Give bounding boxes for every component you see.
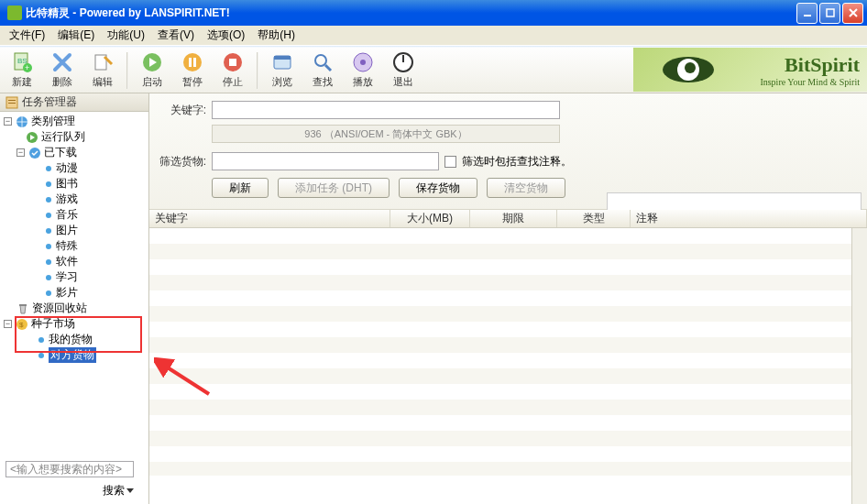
bullet-icon xyxy=(46,290,51,296)
tool-play[interactable]: 播放 xyxy=(343,49,383,92)
menu-view[interactable]: 查看(V) xyxy=(152,26,200,45)
tree-leaf-label: 软件 xyxy=(56,254,78,269)
menu-options[interactable]: 选项(O) xyxy=(202,26,250,45)
globe-icon xyxy=(16,115,28,128)
filter-label: 筛选货物: xyxy=(159,154,206,170)
svg-rect-1 xyxy=(827,9,834,16)
col-note[interactable]: 注释 xyxy=(631,210,867,227)
svg-rect-24 xyxy=(8,100,16,101)
tree-downloaded[interactable]: − 已下载 xyxy=(0,145,148,160)
bullet-icon xyxy=(46,181,51,187)
tool-delete[interactable]: 删除 xyxy=(42,49,82,92)
branding-subtitle: Inspire Your Mind & Spirit xyxy=(760,77,860,87)
tool-start-label: 启动 xyxy=(142,75,162,89)
svg-rect-19 xyxy=(402,55,404,62)
clear-button[interactable]: 清空货物 xyxy=(487,178,565,198)
branding-banner: BitSpirit Inspire Your Mind & Spirit xyxy=(633,48,867,92)
stop-icon xyxy=(222,51,244,73)
tool-new-label: 新建 xyxy=(12,75,32,89)
search-input[interactable] xyxy=(5,461,134,477)
menu-file[interactable]: 文件(F) xyxy=(4,26,50,45)
tree-recycle[interactable]: 资源回收站 xyxy=(0,301,148,316)
tree-leaf[interactable]: 游戏 xyxy=(0,192,148,207)
menu-function[interactable]: 功能(U) xyxy=(102,26,150,45)
tree-category[interactable]: − 类别管理 xyxy=(0,114,148,129)
svg-text:+: + xyxy=(25,63,29,72)
collapse-icon[interactable]: − xyxy=(4,117,12,126)
delete-icon xyxy=(51,51,73,73)
bullet-icon xyxy=(46,166,51,171)
check-icon xyxy=(28,147,41,159)
col-deadline[interactable]: 期限 xyxy=(470,210,557,227)
tree-leaf-label: 图片 xyxy=(56,223,78,238)
tree-leaf[interactable]: 影片 xyxy=(0,285,148,301)
tool-stop[interactable]: 停止 xyxy=(213,49,253,92)
collapse-icon[interactable]: − xyxy=(16,148,25,157)
tool-new[interactable]: BS+ 新建 xyxy=(2,49,42,92)
tool-exit[interactable]: 退出 xyxy=(383,49,423,92)
new-icon: BS+ xyxy=(11,51,33,73)
tool-pause-label: 暂停 xyxy=(182,75,203,89)
tree-recycle-label: 资源回收站 xyxy=(32,301,87,316)
tree-leaf[interactable]: 图书 xyxy=(0,176,148,192)
svg-rect-10 xyxy=(193,58,196,67)
titlebar: 比特精灵 - Powered by LANSPIRIT.NET! xyxy=(0,0,867,26)
col-keyword[interactable]: 关键字 xyxy=(149,210,390,227)
tree-leaf-label: 图书 xyxy=(56,176,78,192)
add-task-button[interactable]: 添加任务 (DHT) xyxy=(278,178,390,198)
tool-pause[interactable]: 暂停 xyxy=(172,49,213,92)
tree-leaf[interactable]: 学习 xyxy=(0,269,148,285)
keyword-input[interactable] xyxy=(212,101,560,119)
col-size[interactable]: 大小(MB) xyxy=(390,210,470,227)
close-button[interactable] xyxy=(842,3,863,24)
tree-leaf[interactable]: 音乐 xyxy=(0,207,148,223)
collapse-icon[interactable]: − xyxy=(4,320,12,328)
exit-icon xyxy=(392,51,414,73)
chevron-down-icon[interactable] xyxy=(126,488,134,493)
tool-search[interactable]: 查找 xyxy=(302,49,343,92)
menu-edit[interactable]: 编辑(E) xyxy=(52,26,100,45)
tree-leaf[interactable]: 软件 xyxy=(0,254,148,269)
arrow-right-icon xyxy=(26,131,38,144)
svg-rect-12 xyxy=(229,59,236,66)
edit-icon xyxy=(92,51,114,73)
sidebar-search: 搜索 xyxy=(0,455,148,504)
tool-exit-label: 退出 xyxy=(393,75,413,89)
tree-running[interactable]: 运行队列 xyxy=(0,129,148,145)
svg-rect-29 xyxy=(19,304,27,306)
tree-leaf[interactable]: 图片 xyxy=(0,223,148,238)
maximize-button[interactable] xyxy=(819,3,840,24)
tool-start[interactable]: 启动 xyxy=(132,49,172,92)
play-icon xyxy=(141,51,163,73)
filter-input[interactable] xyxy=(212,152,439,170)
tree-leaf[interactable]: 动漫 xyxy=(0,160,148,176)
tree-leaf-label: 动漫 xyxy=(56,160,78,176)
filter-checkbox-label: 筛选时包括查找注释。 xyxy=(462,154,572,170)
filter-checkbox[interactable] xyxy=(444,156,456,168)
table-header: 关键字 大小(MB) 期限 类型 注释 xyxy=(149,210,867,228)
tree-leaf[interactable]: 特殊 xyxy=(0,238,148,254)
tool-edit[interactable]: 编辑 xyxy=(82,49,123,92)
eye-icon xyxy=(661,55,716,84)
svg-rect-14 xyxy=(274,56,291,60)
scrollbar[interactable] xyxy=(851,228,867,504)
trash-icon xyxy=(16,302,29,315)
sidebar-header: 任务管理器 xyxy=(0,93,148,112)
bullet-icon xyxy=(46,197,51,203)
col-type[interactable]: 类型 xyxy=(557,210,631,227)
save-button[interactable]: 保存货物 xyxy=(399,178,477,198)
bullet-icon xyxy=(46,275,51,280)
toolbar: BS+ 新建 删除 编辑 启动 暂停 停止 浏览 查找 播放 退出 BitSpi xyxy=(0,48,867,93)
media-icon xyxy=(352,51,374,73)
tool-stop-label: 停止 xyxy=(223,75,243,89)
tool-browse[interactable]: 浏览 xyxy=(262,49,302,92)
encoding-display[interactable]: 936 （ANSI/OEM - 简体中文 GBK） xyxy=(212,125,560,143)
search-button[interactable]: 搜索 xyxy=(103,483,125,499)
refresh-button[interactable]: 刷新 xyxy=(212,178,269,198)
app-icon xyxy=(7,5,22,20)
menu-help[interactable]: 帮助(H) xyxy=(252,26,301,45)
task-manager-icon xyxy=(5,96,18,109)
keyword-label: 关键字: xyxy=(159,103,206,118)
svg-rect-0 xyxy=(804,15,811,16)
minimize-button[interactable] xyxy=(796,3,818,24)
